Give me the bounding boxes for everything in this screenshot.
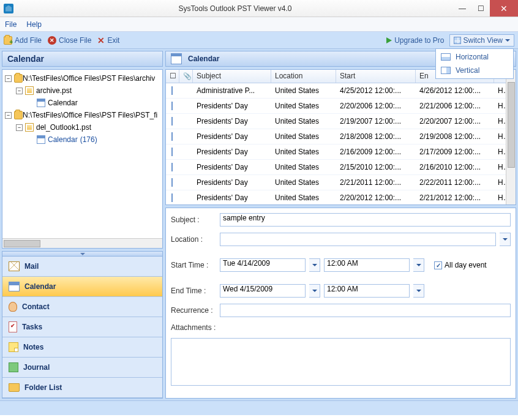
tree-collapse-icon[interactable]: − (5, 75, 12, 82)
attachments-box[interactable] (171, 338, 511, 386)
table-row[interactable]: Presidents' DayUnited States2/20/2006 12… (166, 99, 516, 114)
cell-start: 2/21/2011 12:00:... (336, 178, 416, 187)
switch-view-button[interactable]: Switch View Horizontal Vertical (449, 34, 514, 47)
all-day-checkbox[interactable]: ✓ All day event (434, 261, 487, 269)
cell-end: 2/21/2006 12:00:... (416, 102, 494, 110)
tree-collapse-icon[interactable]: − (5, 112, 12, 119)
cell-subject: Presidents' Day (193, 148, 271, 156)
nav-contact[interactable]: Contact (2, 297, 162, 317)
left-pane: Calendar − N:\TestFiles\Office Files\PST… (2, 51, 163, 399)
navigation-pane: Mail Calendar Contact Tasks Notes Journa… (2, 251, 163, 399)
nav-mail[interactable]: Mail (2, 257, 162, 277)
vertical-scrollbar[interactable] (506, 70, 516, 204)
add-file-button[interactable]: Add File (4, 36, 42, 45)
switch-view-label: Switch View (464, 36, 503, 45)
nav-calendar[interactable]: Calendar (2, 277, 162, 297)
app-icon (4, 4, 13, 13)
cell-location: United States (271, 102, 336, 110)
nav-label: Tasks (22, 323, 42, 331)
switch-view-dropdown: Horizontal Vertical (435, 48, 514, 79)
nav-folderlist[interactable]: Folder List (2, 378, 162, 398)
contact-icon (9, 302, 17, 312)
end-time-field[interactable]: 12:00 AM (324, 284, 410, 298)
cell-end: 2/19/2008 12:00:... (416, 132, 494, 141)
start-date-field[interactable]: Tue 4/14/2009 (220, 258, 306, 272)
cell-location: United States (271, 148, 336, 156)
tree-node[interactable]: − N:\TestFiles\Office Files\PST Files\ar… (2, 72, 162, 84)
col-icon[interactable]: ☐ (166, 70, 179, 83)
nav-label: Journal (23, 363, 50, 372)
maximize-button[interactable]: ☐ (471, 0, 490, 17)
end-date-dropdown[interactable] (309, 284, 320, 298)
cell-end: 4/26/2012 12:00:... (416, 86, 494, 95)
tree-node[interactable]: − N:\TestFiles\Office Files\PST Files\PS… (2, 109, 162, 121)
folder-icon (14, 74, 23, 83)
recurrence-field[interactable] (220, 304, 511, 317)
cell-location: United States (271, 193, 336, 202)
table-row[interactable]: Presidents' DayUnited States2/15/2010 12… (166, 160, 516, 175)
location-dropdown[interactable] (500, 233, 511, 246)
menu-file[interactable]: File (5, 20, 17, 29)
subject-field[interactable]: sample entry (220, 213, 511, 227)
chevron-down-icon (505, 39, 510, 42)
vertical-layout-icon (441, 67, 451, 74)
nav-notes[interactable]: Notes (2, 337, 162, 358)
tasks-icon (9, 321, 17, 332)
close-file-button[interactable]: ✕ Close File (48, 36, 91, 45)
table-row[interactable]: Presidents' DayUnited States2/20/2012 12… (166, 190, 516, 205)
cell-location: United States (271, 163, 336, 171)
statusbar (0, 400, 518, 415)
calendar-icon (37, 135, 45, 144)
cell-location: United States (271, 132, 336, 141)
exit-button[interactable]: ✕ Exit (97, 36, 119, 45)
start-time-field[interactable]: 12:00 AM (324, 258, 410, 272)
cell-start: 2/20/2006 12:00:... (336, 102, 416, 110)
table-row[interactable]: Presidents' DayUnited States2/19/2007 12… (166, 114, 516, 129)
start-time-dropdown[interactable] (413, 258, 424, 272)
end-date-field[interactable]: Wed 4/15/2009 (220, 284, 306, 298)
scrollbar-thumb[interactable] (4, 240, 40, 247)
tree-collapse-icon[interactable]: − (16, 88, 23, 94)
col-start[interactable]: Start (336, 70, 416, 83)
end-time-dropdown[interactable] (413, 284, 424, 298)
nav-collapse-handle[interactable] (2, 252, 162, 257)
scrollbar-thumb[interactable] (508, 82, 515, 168)
nav-tasks[interactable]: Tasks (2, 317, 162, 337)
location-field[interactable] (220, 233, 496, 246)
tree-collapse-icon[interactable]: − (16, 124, 23, 131)
tree-node[interactable]: − archive.pst (2, 84, 162, 97)
add-file-icon (4, 36, 12, 45)
table-row[interactable]: Presidents' DayUnited States2/16/2009 12… (166, 144, 516, 160)
col-attachment[interactable]: 📎 (179, 70, 193, 83)
switch-view-horizontal[interactable]: Horizontal (437, 50, 512, 64)
calendar-icon (37, 99, 45, 107)
tree-node[interactable]: Calendar (2, 97, 162, 109)
cell-end: 2/16/2010 12:00:... (416, 163, 494, 171)
table-row[interactable]: Administrative P...United States4/25/201… (166, 83, 516, 99)
close-file-icon: ✕ (48, 36, 56, 45)
table-row[interactable]: Presidents' DayUnited States2/18/2008 12… (166, 129, 516, 144)
pst-file-icon (25, 86, 34, 95)
tree-node[interactable]: Calendar (176) (2, 133, 162, 146)
cell-end: 2/21/2012 12:00:... (416, 193, 494, 202)
nav-journal[interactable]: Journal (2, 358, 162, 378)
table-row[interactable]: Presidents' DayUnited States2/21/2011 12… (166, 175, 516, 190)
col-subject[interactable]: Subject (193, 70, 271, 83)
minimize-button[interactable]: — (453, 0, 471, 17)
col-location[interactable]: Location (271, 70, 336, 83)
nav-label: Folder List (24, 383, 62, 392)
horizontal-scrollbar[interactable] (2, 238, 162, 248)
tree-node[interactable]: − del_Outlook1.pst (2, 121, 162, 133)
menu-help[interactable]: Help (26, 20, 42, 29)
tree-node-label: Calendar (48, 99, 78, 107)
start-date-dropdown[interactable] (309, 258, 320, 272)
close-button[interactable]: ✕ (490, 0, 518, 17)
cell-location: United States (271, 86, 336, 95)
menubar: File Help (0, 17, 518, 32)
upgrade-button[interactable]: Upgrade to Pro (386, 36, 444, 45)
upgrade-icon (386, 37, 392, 43)
calendar-icon (171, 178, 173, 187)
folder-icon (14, 111, 23, 119)
cell-start: 4/25/2012 12:00:... (336, 86, 416, 95)
switch-view-vertical[interactable]: Vertical (437, 64, 512, 77)
